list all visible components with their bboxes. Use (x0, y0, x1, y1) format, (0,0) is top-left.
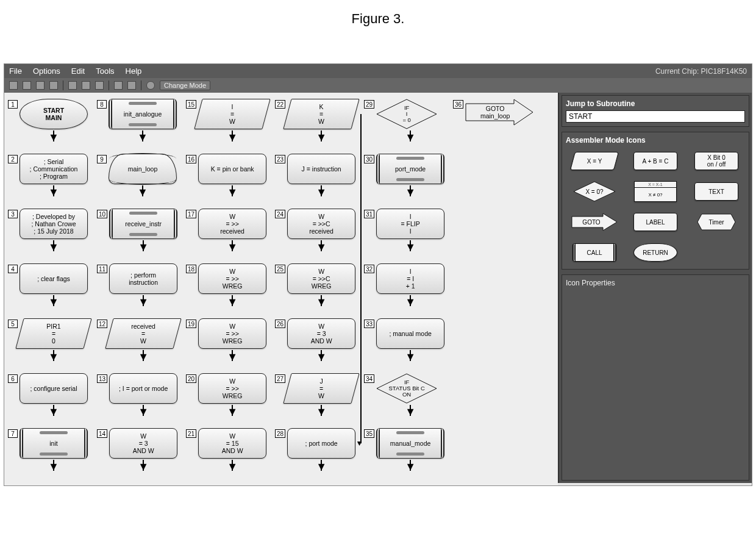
down-arrow-icon: ▼ (48, 354, 59, 360)
flow-node-1[interactable]: START MAIN (20, 99, 88, 129)
flow-node-29[interactable]: IF I = 0 (376, 99, 437, 129)
flow-node-23[interactable]: J = instruction (287, 154, 355, 184)
flow-node-31[interactable]: I = FLIP I (376, 209, 444, 239)
flow-node-18[interactable]: W = >> WREG (198, 263, 266, 294)
down-arrow-icon: ▼ (405, 354, 416, 360)
menu-help[interactable]: Help (126, 66, 142, 76)
flow-node-24[interactable]: W = >>C received (287, 209, 355, 239)
down-arrow-icon: ▼ (316, 134, 327, 140)
change-mode-button[interactable]: Change Mode (160, 80, 210, 90)
palette-item-3[interactable]: X = 0? (566, 179, 623, 204)
palette-item-9[interactable]: CALL (566, 240, 623, 265)
down-arrow-icon: ▼ (405, 409, 416, 415)
down-arrow-icon: ▼ (48, 244, 59, 250)
flow-node-3[interactable]: ; Developed by ; Nathan Crowe ; 15 July … (20, 209, 88, 239)
flow-node-12[interactable]: received=W (105, 318, 181, 349)
tool-icon-9[interactable] (127, 81, 136, 90)
step-number: 23 (275, 155, 285, 163)
tool-icon-7[interactable] (95, 81, 104, 90)
step-number: 21 (186, 429, 196, 438)
flowchart-canvas[interactable]: 1START MAIN▼8init_analogue▼15I=W▼22K=W▼2… (4, 93, 558, 485)
menu-file[interactable]: File (9, 66, 22, 76)
tool-icon-8[interactable] (114, 81, 123, 90)
toolbar: Change Mode (4, 78, 752, 93)
down-arrow-icon: ▼ (405, 299, 416, 305)
tool-icon-1[interactable] (9, 81, 18, 90)
down-arrow-icon: ▼ (316, 354, 327, 360)
flow-node-17[interactable]: W = >> received (198, 209, 266, 239)
down-arrow-icon: ▼ (48, 409, 59, 415)
tool-icon-4[interactable] (49, 81, 58, 90)
flow-node-10[interactable]: receive_instr (109, 209, 177, 239)
flow-node-33[interactable]: ; manual mode (376, 318, 444, 349)
tool-icon-2[interactable] (23, 81, 31, 90)
flow-node-25[interactable]: W = >>C WREG (287, 263, 355, 294)
flow-node-19[interactable]: W = >> WREG (198, 318, 266, 349)
palette-item-10[interactable]: RETURN (627, 240, 684, 265)
flow-node-15[interactable]: I=W (194, 99, 270, 129)
flow-node-35[interactable]: manual_mode (376, 428, 444, 459)
flow-node-11[interactable]: ; perform instruction (109, 263, 177, 294)
palette-item-4[interactable]: X = X-1X ≠ 0? (627, 179, 684, 204)
step-number: 10 (97, 210, 107, 218)
flow-node-30[interactable]: port_mode (376, 154, 444, 184)
menu-options[interactable]: Options (33, 66, 60, 76)
step-number: 18 (186, 265, 196, 273)
step-number: 20 (186, 374, 196, 383)
flow-node-20[interactable]: W = >> WREG (198, 373, 266, 404)
palette-item-7[interactable]: LABEL (627, 209, 684, 235)
flow-node-8[interactable]: init_analogue (109, 99, 177, 129)
down-arrow-icon: ▼ (48, 134, 59, 140)
jump-to-subroutine-panel: Jump to Subroutine (562, 95, 749, 127)
flow-node-32[interactable]: I = I + 1 (376, 263, 444, 294)
flow-node-21[interactable]: W = 15 AND W (198, 428, 266, 459)
palette-item-2[interactable]: X Bit 0 on / off (688, 148, 745, 174)
menu-tools[interactable]: Tools (96, 66, 114, 76)
flow-node-5[interactable]: PIR1=0 (15, 318, 91, 349)
flow-node-28[interactable]: ; port mode (287, 428, 355, 459)
icon-properties-panel: Icon Properties (562, 274, 749, 481)
palette-item-8[interactable]: Timer (688, 209, 745, 235)
down-arrow-icon: ▼ (316, 189, 327, 195)
down-arrow-icon: ▼ (137, 189, 148, 195)
step-number: 19 (186, 320, 196, 328)
flow-node-14[interactable]: W = 3 AND W (109, 428, 177, 459)
tool-icon-6[interactable] (82, 81, 90, 90)
down-arrow-icon: ▼ (405, 189, 416, 195)
down-arrow-icon: ▼ (227, 189, 238, 195)
palette-item-6[interactable]: GOTO (566, 209, 623, 235)
step-number: 2 (8, 155, 18, 163)
flow-node-7[interactable]: init (20, 428, 88, 459)
step-number: 29 (364, 100, 374, 109)
down-arrow-icon: ▼ (138, 463, 149, 470)
jump-to-subroutine-select[interactable] (566, 110, 745, 123)
flow-node-26[interactable]: W = 3 AND W (287, 318, 355, 349)
down-arrow-icon: ▼ (316, 463, 327, 470)
flow-node-2[interactable]: ; Serial ; Communication ; Program (20, 154, 88, 184)
flow-node-9[interactable]: main_loop (109, 154, 177, 184)
step-number: 31 (364, 210, 374, 218)
palette-item-0[interactable]: X = Y (566, 148, 623, 174)
menu-edit[interactable]: Edit (71, 66, 85, 76)
tool-icon-5[interactable] (68, 81, 77, 90)
step-number: 26 (275, 320, 285, 328)
flow-node-22[interactable]: K=W (283, 99, 359, 129)
tool-icon-3[interactable] (36, 81, 45, 90)
flow-node-27[interactable]: J=W (283, 373, 359, 404)
step-number: 17 (186, 210, 196, 218)
down-arrow-icon: ▼ (405, 463, 416, 470)
flow-node-36[interactable]: GOTO main_loop (465, 99, 533, 126)
down-arrow-icon: ▼ (227, 134, 238, 140)
flow-node-4[interactable]: ; clear flags (20, 263, 88, 294)
side-panel: Jump to Subroutine Assembler Mode Icons … (558, 93, 752, 483)
palette-item-1[interactable]: A + B = C (627, 148, 684, 174)
flow-node-16[interactable]: K = pin or bank (198, 154, 266, 184)
flow-node-13[interactable]: ; I = port or mode (109, 373, 177, 404)
flow-node-6[interactable]: ; configure serial (20, 373, 88, 404)
step-number: 35 (364, 429, 374, 438)
icon-properties-title: Icon Properties (566, 279, 745, 287)
tool-icon-refresh[interactable] (146, 81, 155, 90)
palette-item-5[interactable]: TEXT (688, 179, 745, 204)
step-number: 16 (186, 155, 196, 163)
flow-node-34[interactable]: IF STATUS Bit C ON (376, 373, 437, 404)
